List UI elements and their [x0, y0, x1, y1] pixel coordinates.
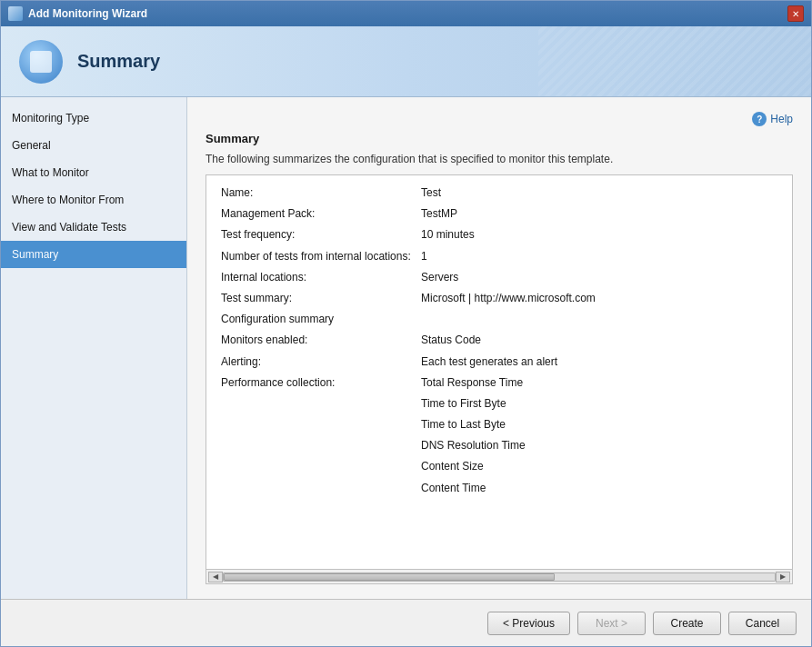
summary-box: Name: Test Management Pack: TestMP Test …	[206, 174, 793, 584]
label-cont-3	[221, 437, 421, 454]
table-row: Content Time	[221, 480, 777, 497]
label-cont-5	[221, 480, 421, 497]
next-button[interactable]: Next >	[577, 612, 646, 635]
create-button[interactable]: Create	[653, 612, 721, 635]
cancel-button[interactable]: Cancel	[728, 612, 797, 635]
wizard-body: Monitoring Type General What to Monitor …	[1, 97, 811, 599]
value-monitors: Status Code	[421, 332, 481, 349]
wizard-header: Summary	[1, 26, 811, 97]
sidebar-item-where-to-monitor[interactable]: Where to Monitor From	[1, 186, 186, 214]
value-mgmt-pack: TestMP	[421, 205, 457, 223]
help-icon: ?	[752, 112, 767, 126]
label-mgmt-pack: Management Pack:	[221, 205, 421, 223]
table-row: Number of tests from internal locations:…	[221, 248, 777, 265]
label-name: Name:	[221, 184, 421, 202]
label-monitors: Monitors enabled:	[221, 332, 421, 349]
table-row: Time to Last Byte	[221, 416, 777, 433]
label-cont-2	[221, 416, 421, 433]
help-label: Help	[770, 113, 793, 125]
table-row: Alerting: Each test generates an alert	[221, 353, 777, 371]
value-name: Test	[421, 184, 441, 202]
table-row: Performance collection: Total Response T…	[221, 374, 777, 392]
close-button[interactable]: ✕	[787, 5, 804, 22]
summary-content: Name: Test Management Pack: TestMP Test …	[206, 175, 792, 569]
sidebar-item-what-to-monitor[interactable]: What to Monitor	[1, 159, 186, 186]
label-perf-coll: Performance collection:	[221, 374, 421, 392]
value-cont-3: DNS Resolution Time	[421, 437, 526, 454]
sidebar-item-summary[interactable]: Summary	[1, 241, 186, 268]
content-inner: ? Help Summary The following summarizes …	[187, 97, 811, 599]
value-cont-2: Time to Last Byte	[421, 416, 506, 433]
label-config-summary: Configuration summary	[221, 311, 421, 328]
label-cont-1	[221, 395, 421, 413]
table-row: DNS Resolution Time	[221, 437, 777, 454]
value-cont-1: Time to First Byte	[421, 395, 506, 413]
title-icon	[8, 6, 23, 21]
wizard-window: Add Monitoring Wizard ✕ Summary Monitori…	[0, 0, 812, 647]
content-area: ? Help Summary The following summarizes …	[187, 97, 811, 599]
label-num-tests: Number of tests from internal locations:	[221, 248, 421, 265]
sidebar-item-general[interactable]: General	[1, 132, 186, 159]
table-row: Test frequency: 10 minutes	[221, 226, 777, 244]
value-num-tests: 1	[421, 248, 427, 265]
label-alerting: Alerting:	[221, 353, 421, 371]
scroll-left-button[interactable]: ◀	[208, 572, 223, 582]
scrollbar-thumb[interactable]	[224, 573, 555, 581]
table-row: Name: Test	[221, 184, 777, 202]
table-row: Monitors enabled: Status Code	[221, 332, 777, 349]
table-row: Management Pack: TestMP	[221, 205, 777, 223]
scroll-right-button[interactable]: ▶	[776, 572, 790, 582]
scrollbar-track[interactable]	[223, 572, 776, 582]
value-cont-5: Content Time	[421, 480, 486, 497]
table-row: Internal locations: Servers	[221, 269, 777, 286]
label-test-freq: Test frequency:	[221, 226, 421, 244]
section-title: Summary	[206, 132, 793, 145]
value-perf-coll: Total Response Time	[421, 374, 523, 392]
table-row: Test summary: Microsoft | http://www.mic…	[221, 290, 777, 307]
value-test-freq: 10 minutes	[421, 226, 475, 244]
value-internal-loc: Servers	[421, 269, 458, 286]
help-link[interactable]: ? Help	[752, 112, 793, 126]
value-test-summary: Microsoft | http://www.microsoft.com	[421, 290, 596, 307]
title-bar: Add Monitoring Wizard ✕	[1, 1, 811, 26]
header-decoration	[538, 26, 811, 97]
sidebar: Monitoring Type General What to Monitor …	[1, 97, 187, 599]
section-description: The following summarizes the configurati…	[206, 153, 793, 165]
window-title: Add Monitoring Wizard	[28, 7, 147, 20]
horizontal-scrollbar[interactable]: ◀ ▶	[206, 569, 792, 583]
table-row: Content Size	[221, 458, 777, 475]
table-row: Time to First Byte	[221, 395, 777, 413]
label-test-summary: Test summary:	[221, 290, 421, 307]
table-row: Configuration summary	[221, 311, 777, 328]
previous-button[interactable]: < Previous	[487, 612, 570, 635]
value-alerting: Each test generates an alert	[421, 353, 557, 371]
sidebar-item-view-validate[interactable]: View and Validate Tests	[1, 214, 186, 241]
label-cont-4	[221, 458, 421, 475]
wizard-icon	[19, 40, 63, 84]
label-internal-loc: Internal locations:	[221, 269, 421, 286]
wizard-header-title: Summary	[77, 51, 160, 72]
footer: < Previous Next > Create Cancel	[1, 599, 811, 646]
value-cont-4: Content Size	[421, 458, 484, 475]
sidebar-item-monitoring-type[interactable]: Monitoring Type	[1, 105, 186, 132]
